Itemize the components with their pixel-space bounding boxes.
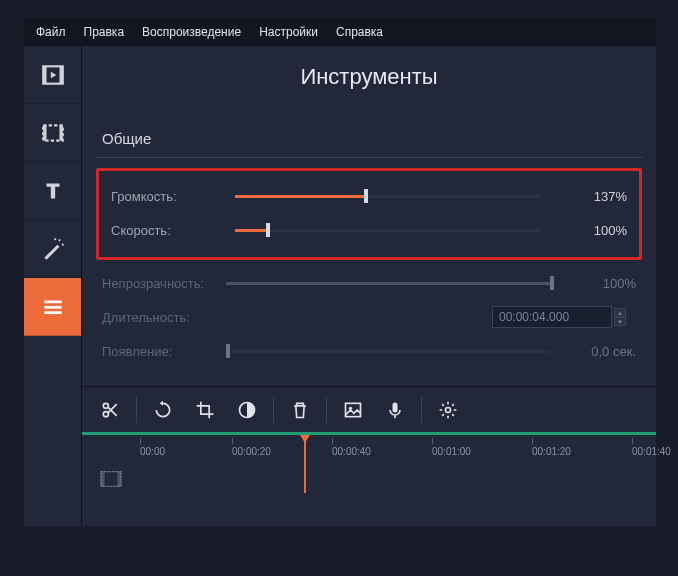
crop-icon <box>195 400 215 420</box>
appearance-slider <box>226 342 550 360</box>
menu-edit[interactable]: Правка <box>84 25 125 39</box>
appearance-value: 0,0 сек. <box>564 344 642 359</box>
svg-rect-4 <box>43 125 46 140</box>
delete-button[interactable] <box>280 392 320 428</box>
menu-lines-icon <box>40 294 66 320</box>
mic-button[interactable] <box>375 392 415 428</box>
filmstrip-cut-icon <box>40 120 66 146</box>
color-button[interactable] <box>227 392 267 428</box>
timeline-ruler[interactable]: 00:00 00:00:20 00:00:40 00:01:00 00:01:2… <box>82 435 656 459</box>
track-header[interactable] <box>82 459 140 499</box>
sidebar-item-transitions[interactable] <box>24 104 81 162</box>
sidebar-item-tools[interactable] <box>24 278 81 336</box>
menu-file[interactable]: Файл <box>36 25 66 39</box>
rotate-button[interactable] <box>143 392 183 428</box>
opacity-slider <box>226 274 550 292</box>
appearance-label: Появление: <box>96 344 226 359</box>
volume-slider[interactable] <box>235 187 541 205</box>
settings-button[interactable] <box>428 392 468 428</box>
svg-point-7 <box>61 243 63 245</box>
svg-rect-21 <box>117 472 121 487</box>
sidebar-item-effects[interactable] <box>24 220 81 278</box>
svg-point-18 <box>446 407 451 412</box>
opacity-label: Непрозрачность: <box>96 276 226 291</box>
speed-label: Скорость: <box>105 223 235 238</box>
scissors-icon <box>100 400 120 420</box>
playhead[interactable] <box>304 435 306 493</box>
volume-label: Громкость: <box>105 189 235 204</box>
text-icon <box>40 178 66 204</box>
mic-icon <box>385 400 405 420</box>
opacity-value: 100% <box>564 276 642 291</box>
timeline[interactable]: 00:00 00:00:20 00:00:40 00:01:00 00:01:2… <box>82 432 656 499</box>
row-appearance: Появление: 0,0 сек. <box>96 334 642 368</box>
cut-button[interactable] <box>90 392 130 428</box>
filmstrip-play-icon <box>40 62 66 88</box>
svg-point-8 <box>54 238 56 240</box>
panel-title: Инструменты <box>82 46 656 120</box>
rotate-icon <box>153 400 173 420</box>
sidebar <box>24 46 82 526</box>
svg-rect-5 <box>59 125 62 140</box>
svg-point-6 <box>58 239 60 241</box>
menu-playback[interactable]: Воспроизведение <box>142 25 241 39</box>
row-volume: Громкость: 137% <box>105 179 633 213</box>
row-opacity: Непрозрачность: 100% <box>96 266 642 300</box>
menu-settings[interactable]: Настройки <box>259 25 318 39</box>
menu-help[interactable]: Справка <box>336 25 383 39</box>
svg-rect-20 <box>101 472 105 487</box>
image-icon <box>343 400 363 420</box>
speed-value: 100% <box>555 223 633 238</box>
edit-toolbar <box>82 386 656 432</box>
svg-rect-17 <box>393 402 398 412</box>
duration-label: Длительность: <box>96 310 226 325</box>
speed-slider[interactable] <box>235 221 541 239</box>
filmstrip-icon <box>100 470 122 488</box>
svg-rect-10 <box>44 305 61 308</box>
duration-spinner: ▲▼ <box>614 308 626 326</box>
menubar: Файл Правка Воспроизведение Настройки Сп… <box>24 18 656 46</box>
svg-rect-9 <box>44 300 61 303</box>
svg-rect-1 <box>43 66 46 83</box>
gear-icon <box>438 400 458 420</box>
contrast-icon <box>237 400 257 420</box>
volume-value: 137% <box>555 189 633 204</box>
trash-icon <box>290 400 310 420</box>
image-button[interactable] <box>333 392 373 428</box>
sidebar-item-titles[interactable] <box>24 162 81 220</box>
duration-input: 00:00:04.000 <box>492 306 612 328</box>
section-general-header: Общие <box>96 120 642 158</box>
svg-rect-2 <box>59 66 62 83</box>
highlight-box: Громкость: 137% Скорость: <box>96 168 642 260</box>
row-speed: Скорость: 100% <box>105 213 633 247</box>
svg-rect-11 <box>44 311 61 314</box>
row-duration: Длительность: 00:00:04.000 ▲▼ <box>96 300 642 334</box>
wand-icon <box>40 236 66 262</box>
crop-button[interactable] <box>185 392 225 428</box>
sidebar-item-media[interactable] <box>24 46 81 104</box>
